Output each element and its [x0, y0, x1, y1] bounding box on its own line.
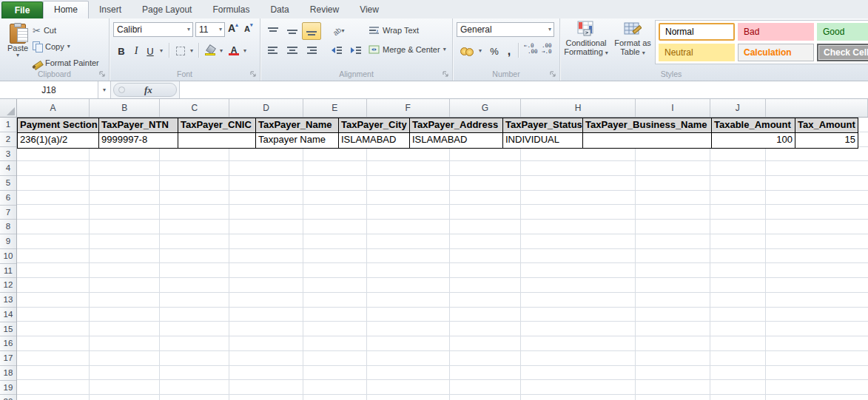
header-cell-taxpayer-cnic[interactable]: TaxPayer_CNIC: [178, 118, 256, 133]
style-neutral[interactable]: Neutral: [659, 44, 735, 61]
align-middle-button[interactable]: [283, 22, 302, 40]
cell-taxpayer-status[interactable]: INDIVIDUAL: [503, 133, 583, 148]
file-tab[interactable]: File: [1, 1, 43, 18]
merge-center-button[interactable]: Merge & Center ▾: [369, 41, 446, 58]
borders-dropdown-arrow-icon[interactable]: ▾: [186, 42, 197, 60]
header-cell-taxpayer-status[interactable]: TaxPayer_Status: [503, 118, 583, 133]
clipboard-dialog-launcher-icon[interactable]: [98, 70, 106, 78]
row-header[interactable]: 8: [0, 220, 16, 234]
column-header-h[interactable]: H: [521, 99, 636, 117]
cell-taxpayer-city[interactable]: ISLAMABAD: [339, 133, 410, 148]
percent-style-button[interactable]: %: [487, 42, 502, 60]
cell-taxpayer-cnic[interactable]: [178, 133, 256, 148]
accounting-format-button[interactable]: [457, 42, 477, 60]
row-header[interactable]: 12: [0, 278, 16, 293]
select-all-corner[interactable]: [0, 99, 17, 118]
header-cell-taxpayer-address[interactable]: TaxPayer_Address: [410, 118, 503, 133]
tab-review[interactable]: Review: [300, 1, 349, 18]
row-header[interactable]: 15: [0, 322, 16, 337]
grid-cells[interactable]: Payment Section TaxPayer_NTN TaxPayer_CN…: [17, 118, 868, 400]
row-header[interactable]: 14: [0, 308, 16, 322]
row-header[interactable]: 6: [0, 191, 16, 206]
italic-button[interactable]: I: [129, 42, 143, 60]
font-dialog-launcher-icon[interactable]: [249, 70, 257, 78]
column-header-g[interactable]: G: [450, 99, 521, 117]
column-header-b[interactable]: B: [90, 99, 160, 117]
decrease-decimal-button[interactable]: .00 →.0: [542, 43, 552, 55]
column-header-a[interactable]: A: [17, 99, 90, 117]
align-top-button[interactable]: [263, 22, 283, 40]
name-box[interactable]: J18: [0, 81, 98, 98]
row-header[interactable]: 4: [0, 161, 16, 176]
orientation-button[interactable]: ab ▾: [326, 22, 352, 40]
row-header[interactable]: 9: [0, 234, 16, 249]
bold-button[interactable]: B: [114, 42, 129, 60]
row-header[interactable]: 2: [0, 132, 16, 147]
tab-view[interactable]: View: [349, 1, 389, 18]
name-box-dropdown-arrow-icon[interactable]: ▾: [98, 81, 111, 98]
number-dialog-launcher-icon[interactable]: [549, 70, 556, 78]
style-bad[interactable]: Bad: [738, 23, 814, 41]
accounting-dropdown-arrow-icon[interactable]: ▾: [476, 42, 485, 60]
fill-color-dropdown-arrow-icon[interactable]: ▾: [216, 42, 226, 60]
tab-home[interactable]: Home: [43, 1, 89, 18]
align-left-button[interactable]: [263, 41, 283, 59]
header-cell-taxpayer-name[interactable]: TaxPayer_Name: [256, 118, 339, 133]
header-cell-payment-section[interactable]: Payment Section: [18, 118, 99, 133]
increase-decimal-button[interactable]: ←.0 .00: [524, 43, 538, 55]
number-format-combo[interactable]: General ▾: [457, 22, 554, 37]
column-header-e[interactable]: E: [303, 99, 367, 117]
style-good[interactable]: Good: [817, 23, 868, 41]
cell-taxpayer-name[interactable]: Taxpayer Name: [256, 133, 339, 148]
column-header-f[interactable]: F: [367, 99, 450, 117]
row-header[interactable]: 7: [0, 206, 16, 220]
fill-color-button[interactable]: [203, 42, 218, 60]
column-header-k[interactable]: [766, 99, 868, 117]
conditional-formatting-button[interactable]: Conditional Formatting ▾: [562, 21, 610, 56]
format-as-table-button[interactable]: Format as Table ▾: [612, 21, 653, 56]
tab-page-layout[interactable]: Page Layout: [132, 1, 202, 18]
row-header[interactable]: 19: [0, 381, 16, 396]
insert-function-button[interactable]: fx: [144, 84, 152, 96]
copy-button[interactable]: Copy ▾: [33, 39, 70, 54]
align-center-button[interactable]: [283, 41, 302, 59]
header-cell-taxable-amount[interactable]: Taxable_Amount: [712, 118, 795, 133]
font-color-button[interactable]: A: [226, 42, 241, 60]
row-header[interactable]: 11: [0, 264, 16, 279]
row-header[interactable]: 16: [0, 336, 16, 351]
cell-taxable-amount[interactable]: 100: [712, 133, 795, 148]
decrease-indent-button[interactable]: [327, 41, 346, 59]
cell-taxpayer-ntn[interactable]: 9999997-8: [99, 133, 178, 148]
style-normal[interactable]: Normal: [659, 23, 735, 41]
wrap-text-button[interactable]: Wrap Text: [369, 22, 419, 38]
cell-taxpayer-address[interactable]: ISLAMABAD: [410, 133, 503, 148]
increase-font-size-button[interactable]: A ▴: [228, 22, 238, 37]
font-size-combo[interactable]: 11 ▾: [195, 22, 225, 37]
column-header-j[interactable]: J: [710, 99, 766, 117]
underline-button[interactable]: U: [143, 42, 158, 60]
column-header-i[interactable]: I: [636, 99, 710, 117]
decrease-font-size-button[interactable]: A ▾: [244, 22, 252, 37]
align-bottom-button[interactable]: [302, 22, 321, 40]
underline-dropdown-arrow-icon[interactable]: ▾: [156, 42, 166, 60]
row-header[interactable]: 5: [0, 176, 16, 191]
column-header-d[interactable]: D: [229, 99, 303, 117]
increase-indent-button[interactable]: [346, 41, 366, 59]
font-color-dropdown-arrow-icon[interactable]: ▾: [240, 42, 250, 60]
formula-input[interactable]: [179, 81, 868, 98]
row-header[interactable]: 17: [0, 351, 16, 366]
style-calculation[interactable]: Calculation: [738, 44, 814, 61]
row-header[interactable]: 18: [0, 366, 16, 381]
header-cell-taxpayer-ntn[interactable]: TaxPayer_NTN: [99, 118, 178, 133]
cell-payment-section[interactable]: 236(1)(a)/2: [18, 133, 99, 148]
alignment-dialog-launcher-icon[interactable]: [442, 70, 449, 78]
row-header[interactable]: 3: [0, 147, 16, 162]
row-header[interactable]: 1: [0, 118, 16, 132]
row-header[interactable]: 20: [0, 395, 16, 400]
cell-tax-amount[interactable]: 15: [795, 133, 858, 148]
style-check-cell[interactable]: Check Cell: [817, 44, 868, 61]
font-name-combo[interactable]: Calibri ▾: [113, 22, 193, 37]
tab-data[interactable]: Data: [260, 1, 299, 18]
format-painter-button[interactable]: Format Painter: [33, 55, 99, 70]
copy-dropdown-arrow-icon[interactable]: ▾: [67, 44, 70, 50]
